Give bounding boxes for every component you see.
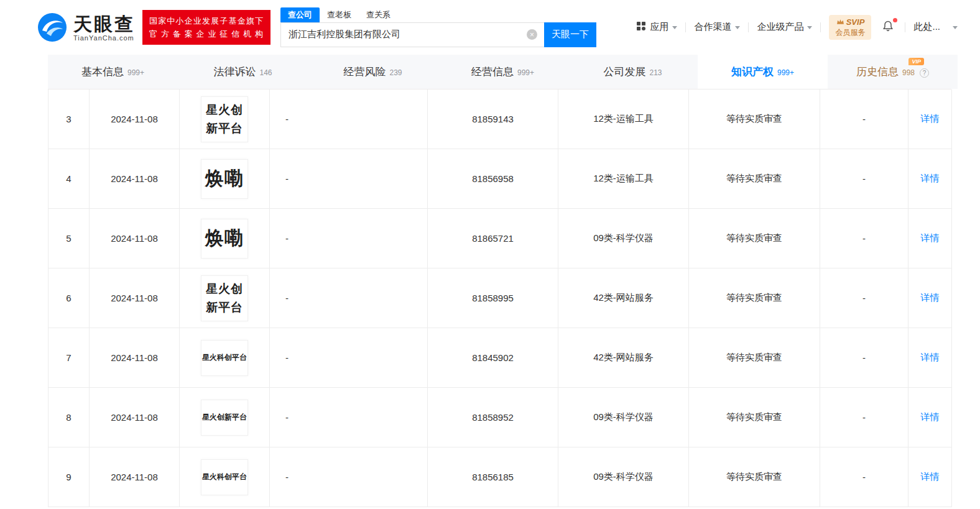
trademark-class: 09类-科学仪器	[558, 388, 689, 447]
tab-history-info[interactable]: VIP 历史信息 998 ?	[828, 55, 958, 89]
user-profile-menu[interactable]: 此处...	[913, 21, 958, 33]
brand-name: 天眼查	[73, 14, 135, 34]
nav-divider	[820, 22, 821, 32]
detail-cell: 详情	[908, 388, 952, 447]
notification-bell-icon[interactable]	[882, 20, 894, 35]
trademark-class: 12类-运输工具	[558, 149, 689, 209]
trademark-image[interactable]: 焕嘞	[201, 159, 248, 199]
detail-link[interactable]: 详情	[921, 232, 940, 244]
brand-domain: TianYanCha.com	[73, 34, 135, 42]
registration-number: 81856185	[428, 447, 558, 507]
trademark-table: 3 2024-11-08 星火创 新平台 - 81859143 12类-运输工具…	[48, 89, 951, 507]
profile-label: 此处...	[913, 21, 940, 33]
nav-apps[interactable]: 应用	[636, 21, 677, 33]
apply-date: 2024-11-08	[90, 209, 180, 268]
detail-cell: 详情	[908, 89, 952, 149]
nav-divider	[748, 22, 749, 32]
tab-legal-proceedings[interactable]: 法律诉讼 146	[178, 55, 308, 89]
trademark-image-cell: 星火创 新平台	[180, 268, 270, 328]
search-row: × 天眼一下	[280, 22, 596, 47]
detail-link[interactable]: 详情	[921, 352, 940, 364]
nav-partners[interactable]: 合作渠道	[694, 21, 740, 33]
trademark-image-cell: 焕嘞	[180, 149, 270, 209]
empty-cell: -	[820, 447, 908, 507]
apply-date: 2024-11-08	[90, 388, 180, 447]
trademark-image[interactable]: 星火创 新平台	[201, 96, 248, 142]
trademark-class: 42类-网站服务	[558, 328, 689, 388]
crown-icon	[836, 17, 844, 28]
tianyancha-logo[interactable]: 天眼查 TianYanCha.com	[37, 12, 135, 42]
trademark-status: 等待实质审查	[689, 89, 820, 149]
apply-date: 2024-11-08	[90, 89, 180, 149]
row-index: 3	[49, 89, 90, 149]
gov-badge-line2: 官方备案企业征信机构	[149, 27, 264, 40]
trademark-image[interactable]: 焕嘞	[201, 219, 248, 259]
detail-link[interactable]: 详情	[921, 173, 940, 185]
nav-enterprise-products[interactable]: 企业级产品	[757, 21, 812, 33]
detail-link[interactable]: 详情	[921, 471, 940, 483]
trademark-name-cell: -	[270, 328, 428, 388]
trademark-name-cell: -	[270, 209, 428, 268]
detail-link[interactable]: 详情	[921, 113, 940, 125]
nav-divider	[905, 22, 905, 32]
trademark-status: 等待实质审查	[689, 209, 820, 268]
section-tabs: 基本信息 999+ 法律诉讼 146 经营风险 239 经营信息 999+ 公司…	[48, 55, 958, 89]
trademark-image[interactable]: 星火创 新平台	[201, 275, 248, 321]
section-tabs-bar: 基本信息 999+ 法律诉讼 146 经营风险 239 经营信息 999+ 公司…	[0, 55, 980, 89]
detail-link[interactable]: 详情	[921, 411, 940, 423]
trademark-status: 等待实质审查	[689, 268, 820, 328]
clear-search-icon[interactable]: ×	[527, 29, 537, 40]
empty-cell: -	[820, 89, 908, 149]
detail-link[interactable]: 详情	[921, 292, 940, 304]
detail-cell: 详情	[908, 328, 952, 388]
trademark-class: 09类-科学仪器	[558, 447, 689, 507]
registration-number: 81858952	[428, 388, 558, 447]
tab-operation-info[interactable]: 经营信息 999+	[438, 55, 568, 89]
logo-text: 天眼查 TianYanCha.com	[73, 14, 135, 42]
search-tab-boss[interactable]: 查老板	[320, 7, 359, 22]
trademark-image-cell: 星火科创平台	[180, 447, 270, 507]
search-button[interactable]: 天眼一下	[544, 22, 596, 47]
registration-number: 81865721	[428, 209, 558, 268]
registration-number: 81845902	[428, 328, 558, 388]
table-row: 3 2024-11-08 星火创 新平台 - 81859143 12类-运输工具…	[49, 89, 951, 149]
row-index: 5	[49, 209, 90, 268]
trademark-image-cell: 星火科创平台	[180, 328, 270, 388]
apps-grid-icon	[636, 21, 646, 33]
detail-cell: 详情	[908, 149, 952, 209]
gov-badge-line1: 国家中小企业发展子基金旗下	[149, 14, 264, 27]
trademark-class: 09类-科学仪器	[558, 209, 689, 268]
help-icon[interactable]: ?	[920, 68, 929, 78]
table-row: 6 2024-11-08 星火创 新平台 - 81858995 42类-网站服务…	[49, 268, 951, 328]
registration-number: 81858995	[428, 268, 558, 328]
tab-company-development[interactable]: 公司发展 213	[568, 55, 698, 89]
svip-line1: SVIP	[835, 17, 865, 28]
search-input[interactable]	[281, 23, 544, 47]
top-nav: 应用 合作渠道 企业级产品 SVIP 会员服务	[636, 15, 958, 40]
tab-basic-info[interactable]: 基本信息 999+	[48, 55, 178, 89]
nav-enterprise-label: 企业级产品	[757, 21, 803, 33]
tab-operation-risk[interactable]: 经营风险 239	[308, 55, 438, 89]
trademark-name-cell: -	[270, 388, 428, 447]
trademark-image[interactable]: 星火科创平台	[201, 340, 248, 376]
row-index: 9	[49, 447, 90, 507]
apply-date: 2024-11-08	[90, 268, 180, 328]
chevron-down-icon	[953, 26, 958, 29]
trademark-image[interactable]: 星火创新平台	[201, 400, 248, 436]
chevron-down-icon	[672, 26, 677, 29]
trademark-image[interactable]: 星火科创平台	[201, 459, 248, 495]
trademark-class: 42类-网站服务	[558, 268, 689, 328]
empty-cell: -	[820, 268, 908, 328]
empty-cell: -	[820, 149, 908, 209]
tab-intellectual-property[interactable]: 知识产权 999+	[698, 55, 828, 89]
trademark-status: 等待实质审查	[689, 388, 820, 447]
apply-date: 2024-11-08	[90, 328, 180, 388]
vip-tag: VIP	[908, 58, 924, 65]
search-tab-company[interactable]: 查公司	[280, 7, 320, 22]
empty-cell: -	[820, 388, 908, 447]
table-row: 7 2024-11-08 星火科创平台 - 81845902 42类-网站服务 …	[49, 328, 951, 388]
svip-membership-button[interactable]: SVIP 会员服务	[829, 15, 871, 40]
trademark-name-cell: -	[270, 149, 428, 209]
table-row: 8 2024-11-08 星火创新平台 - 81858952 09类-科学仪器 …	[49, 388, 951, 447]
search-tab-relation[interactable]: 查关系	[359, 7, 398, 22]
